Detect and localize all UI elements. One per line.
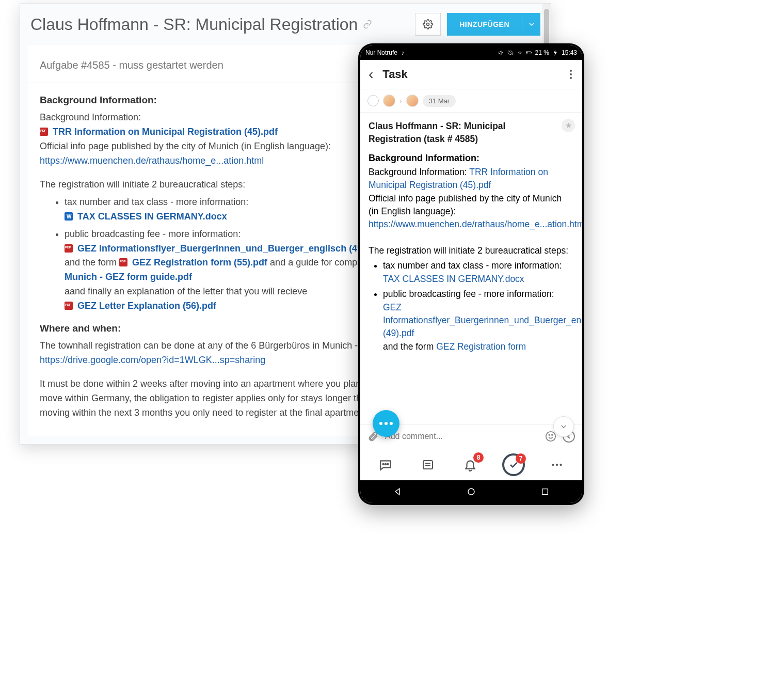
status-circle[interactable] xyxy=(367,95,379,106)
android-nav-bar xyxy=(360,480,582,503)
pdf-icon xyxy=(40,128,48,136)
li2-and-form: and the form xyxy=(383,341,436,352)
list-item: tax number and tax class - more informat… xyxy=(383,259,574,286)
add-dropdown-button[interactable] xyxy=(522,13,540,36)
nav-chat[interactable] xyxy=(375,454,396,475)
gear-icon xyxy=(423,19,433,29)
android-back[interactable] xyxy=(392,486,403,497)
li2-text: public broadcasting fee - more informati… xyxy=(383,289,554,299)
title-text: Claus Hoffmann - SR: Municipal Registrat… xyxy=(30,15,358,34)
battery-icon xyxy=(526,50,532,56)
charging-icon xyxy=(552,50,558,56)
svg-point-15 xyxy=(552,464,554,466)
bottom-nav: 8 7 xyxy=(360,448,582,480)
li2-explain: aand finally an explanation of the lette… xyxy=(65,286,307,296)
pdf-icon xyxy=(65,302,73,310)
steps-list: tax number and tax class - more informat… xyxy=(383,259,574,353)
svg-point-18 xyxy=(468,489,474,495)
comment-input[interactable] xyxy=(385,432,539,441)
svg-point-17 xyxy=(559,464,562,466)
status-right: 21 % 15:43 xyxy=(498,49,577,56)
svg-point-6 xyxy=(549,434,550,435)
heading-background: Background Information: xyxy=(369,151,574,165)
more-menu-button[interactable] xyxy=(568,68,574,81)
feed-icon xyxy=(422,459,434,471)
chat-icon xyxy=(379,458,392,471)
phone-frame: Nur Notrufe ♪ 21 % 15:43 ‹ Task xyxy=(358,43,584,505)
more-icon xyxy=(550,458,564,471)
nav-notifications[interactable]: 8 xyxy=(460,454,481,475)
bg-line: Background Information: TRR Information … xyxy=(369,166,574,192)
phone-screen: Nur Notrufe ♪ 21 % 15:43 ‹ Task xyxy=(360,45,582,503)
triangle-back-icon xyxy=(393,487,402,496)
android-home[interactable] xyxy=(466,486,476,497)
pdf-icon xyxy=(65,244,73,253)
file-link-tax[interactable]: TAX CLASSES IN GERMANY.docx xyxy=(383,274,524,284)
li1-text: tax number and tax class - more informat… xyxy=(383,260,562,271)
status-time: 15:43 xyxy=(562,49,577,56)
chevron-right-icon: › xyxy=(399,97,402,105)
android-recents[interactable] xyxy=(540,486,550,497)
favorite-star-icon[interactable]: ★ xyxy=(562,119,575,132)
fab-button[interactable] xyxy=(373,410,399,437)
pdf-icon xyxy=(119,258,127,266)
file-link-gez-flyer[interactable]: GEZ Informationsflyer_Buergerinnen_und_B… xyxy=(383,302,582,339)
eye-off-icon xyxy=(507,50,514,56)
link-icon[interactable] xyxy=(363,20,372,29)
file-link-tax[interactable]: TAX CLASSES IN GERMANY.docx xyxy=(77,211,227,222)
svg-point-0 xyxy=(427,23,429,26)
avatar[interactable] xyxy=(406,95,419,107)
nav-feed[interactable] xyxy=(418,454,438,475)
doc-icon xyxy=(65,212,73,221)
breadcrumb: › 31 Mar xyxy=(360,89,582,113)
battery-pct: 21 % xyxy=(535,49,549,56)
file-link-gez-letter[interactable]: GEZ Letter Explanation (56).pdf xyxy=(77,301,216,311)
music-icon: ♪ xyxy=(401,49,404,56)
page-title: Claus Hoffmann - SR: Municipal Registrat… xyxy=(30,15,372,34)
link-drive[interactable]: https://drive.google.com/open?id=1WLGK..… xyxy=(40,355,265,365)
file-link-trr[interactable]: TRR Information on Municipal Registratio… xyxy=(53,127,278,137)
add-split-button: HINZUFÜGEN xyxy=(447,13,540,36)
svg-point-11 xyxy=(387,464,388,465)
dots-icon xyxy=(379,422,393,425)
svg-rect-4 xyxy=(531,52,532,53)
circle-home-icon xyxy=(467,487,476,496)
phone-header: ‹ Task xyxy=(360,60,582,89)
wifi-icon xyxy=(517,50,523,56)
file-link-gez-reg[interactable]: GEZ Registration form (55).pdf xyxy=(132,257,267,268)
bg-label: Background Information: xyxy=(369,167,469,177)
svg-point-10 xyxy=(385,464,386,465)
notifications-badge: 8 xyxy=(473,452,484,463)
scroll-down-button[interactable] xyxy=(553,416,574,437)
reg-steps-intro: The registration will initiate 2 bureauc… xyxy=(369,244,574,257)
chevron-down-icon xyxy=(559,422,568,431)
svg-point-16 xyxy=(556,464,558,466)
tasks-badge: 7 xyxy=(516,453,526,464)
mute-icon xyxy=(498,50,504,56)
phone-title-heading: Task xyxy=(382,68,408,81)
settings-button[interactable] xyxy=(415,13,441,36)
link-muenchen[interactable]: https://www.muenchen.de/rathaus/home_e..… xyxy=(40,155,264,166)
carrier-text: Nur Notrufe xyxy=(365,49,397,56)
add-button[interactable]: HINZUFÜGEN xyxy=(447,13,522,36)
official-text: Official info page published by the city… xyxy=(369,192,574,218)
li2-and-form: and the form xyxy=(65,257,119,268)
li1-text: tax number and tax class - more informat… xyxy=(65,197,248,207)
header-actions: HINZUFÜGEN xyxy=(415,13,540,36)
square-recents-icon xyxy=(541,488,549,496)
avatar[interactable] xyxy=(383,95,395,107)
date-badge[interactable]: 31 Mar xyxy=(423,95,456,107)
svg-rect-3 xyxy=(526,52,527,54)
svg-point-5 xyxy=(546,432,555,441)
phone-content: ★ Claus Hoffmann - SR: Municipal Registr… xyxy=(360,113,582,425)
svg-point-9 xyxy=(383,464,384,465)
link-muenchen[interactable]: https://www.muenchen.de/rathaus/home_e..… xyxy=(369,219,582,229)
svg-rect-19 xyxy=(542,489,548,495)
li2-text: public broadcasting fee - more informati… xyxy=(65,229,241,239)
nav-more[interactable] xyxy=(547,454,567,475)
task-title: Claus Hoffmann - SR: Municipal Registrat… xyxy=(369,120,574,146)
back-button[interactable]: ‹ xyxy=(369,67,373,82)
nav-tasks[interactable]: 7 xyxy=(502,453,525,476)
file-link-gez-flyer[interactable]: GEZ Informationsflyer_Buergerinnen_und_B… xyxy=(77,243,382,254)
file-link-gez-reg[interactable]: GEZ Registration form xyxy=(436,341,526,352)
